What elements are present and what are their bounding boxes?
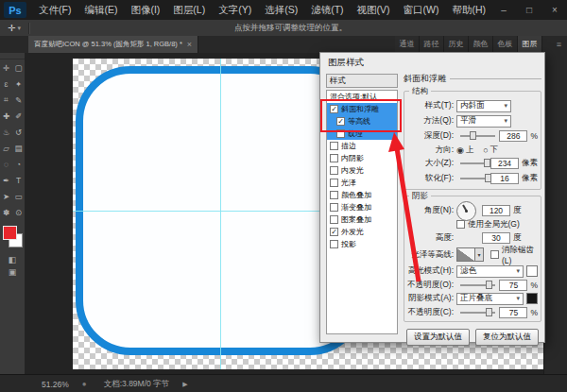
style-item-outer-glow[interactable]: ✓ 外发光 xyxy=(327,226,397,238)
direction-down-radio[interactable]: ○ 下 xyxy=(483,145,498,156)
highlight-opacity-value[interactable]: 75 xyxy=(499,280,527,291)
move-tool-icon[interactable]: ✛ xyxy=(0,60,12,76)
shadow-opacity-slider[interactable] xyxy=(460,312,495,314)
maximize-button[interactable]: □ xyxy=(523,5,536,15)
dodge-tool-icon[interactable]: ◔ xyxy=(12,156,25,172)
menu-filter[interactable]: 滤镜(T) xyxy=(304,0,350,20)
zoom-level-field[interactable]: 51.26% xyxy=(42,380,69,389)
tab-color[interactable]: 颜色 xyxy=(469,36,493,53)
menu-image[interactable]: 图像(I) xyxy=(124,0,166,20)
menu-window[interactable]: 窗口(W) xyxy=(397,0,446,20)
tab-history[interactable]: 历史 xyxy=(444,36,469,53)
size-slider-thumb[interactable] xyxy=(484,159,490,167)
quickmask-icon[interactable]: ◧ xyxy=(0,255,25,264)
menu-view[interactable]: 视图(V) xyxy=(351,0,397,20)
gradient-overlay-checkbox[interactable] xyxy=(330,203,338,212)
tools-panel-header[interactable] xyxy=(0,53,25,60)
screen-mode-icon[interactable]: ▣ xyxy=(0,267,25,277)
healing-brush-tool-icon[interactable]: ✚ xyxy=(0,108,12,124)
document-close-icon[interactable]: × xyxy=(187,40,192,49)
quick-select-tool-icon[interactable]: ✦ xyxy=(12,76,25,92)
style-item-satin[interactable]: 光泽 xyxy=(327,177,397,189)
shape-tool-icon[interactable]: ▭ xyxy=(12,188,25,204)
style-item-inner-shadow[interactable]: 内阴影 xyxy=(327,152,397,164)
menu-file[interactable]: 文件(F) xyxy=(32,0,77,20)
brush-tool-icon[interactable]: ✐ xyxy=(12,108,25,124)
crop-tool-icon[interactable]: ⌗ xyxy=(0,92,12,108)
minimize-button[interactable]: – xyxy=(497,5,510,15)
document-tab[interactable]: 百度贴吧ICON @ 51.3% (圆角矩形 1, RGB/8) * × xyxy=(28,36,198,53)
highlight-mode-dropdown[interactable]: 滤色 ▾ xyxy=(456,265,524,278)
inner-shadow-checkbox[interactable] xyxy=(330,154,338,162)
shadow-mode-dropdown[interactable]: 正片叠底 ▾ xyxy=(456,293,524,305)
eyedropper-tool-icon[interactable]: ✎ xyxy=(12,92,25,108)
move-tool-icon[interactable]: ✛ xyxy=(8,23,15,33)
style-item-pattern-overlay[interactable]: 图案叠加 xyxy=(327,213,397,226)
altitude-value[interactable]: 30 xyxy=(482,232,510,244)
style-item-blending-options[interactable]: 混合选项:默认 xyxy=(327,91,397,103)
blur-tool-icon[interactable]: ◌ xyxy=(0,156,12,172)
eraser-tool-icon[interactable]: ▱ xyxy=(0,140,12,156)
shadow-opacity-value[interactable]: 75 xyxy=(499,307,527,318)
size-value[interactable]: 234 xyxy=(490,158,519,169)
chevron-down-icon[interactable]: ▾ xyxy=(475,247,484,262)
set-default-button[interactable]: 设置为默认值 xyxy=(406,329,470,346)
highlight-color-swatch[interactable] xyxy=(526,265,538,277)
pattern-overlay-checkbox[interactable] xyxy=(330,215,338,224)
style-item-gradient-overlay[interactable]: 渐变叠加 xyxy=(327,201,397,213)
style-item-contour[interactable]: ✓ 等高线 xyxy=(327,115,397,128)
outer-glow-checkbox[interactable]: ✓ xyxy=(330,228,338,236)
hand-tool-icon[interactable]: ✽ xyxy=(0,204,12,220)
tool-preset-chevron-icon[interactable]: ▾ xyxy=(17,25,21,32)
style-item-bevel-emboss[interactable]: ✓ 斜面和浮雕 xyxy=(327,103,397,115)
angle-dial[interactable] xyxy=(456,201,476,221)
tab-paths[interactable]: 路径 xyxy=(420,36,444,53)
close-button[interactable]: × xyxy=(548,5,561,15)
bevel-emboss-checkbox[interactable]: ✓ xyxy=(330,105,338,113)
style-item-color-overlay[interactable]: 颜色叠加 xyxy=(327,189,397,201)
shadow-color-swatch[interactable] xyxy=(526,293,538,304)
size-slider[interactable] xyxy=(460,162,487,164)
reset-default-button[interactable]: 复位为默认值 xyxy=(475,329,539,346)
direction-up-radio[interactable]: ◉ 上 xyxy=(456,145,473,156)
panel-menu-icon[interactable]: ≡ xyxy=(557,36,561,53)
style-dropdown[interactable]: 内斜面 ▾ xyxy=(456,100,511,112)
style-item-stroke[interactable]: 描边 xyxy=(327,140,397,152)
technique-dropdown[interactable]: 平滑 ▾ xyxy=(456,115,511,128)
tab-channels[interactable]: 通道 xyxy=(395,36,420,53)
foreground-color-swatch[interactable] xyxy=(3,226,17,240)
gradient-tool-icon[interactable]: ▤ xyxy=(12,140,25,156)
marquee-tool-icon[interactable]: ▢ xyxy=(12,60,25,76)
contour-checkbox[interactable]: ✓ xyxy=(336,117,345,126)
tab-layers[interactable]: 图层 xyxy=(518,36,542,53)
style-item-texture[interactable]: 纹理 xyxy=(327,128,397,140)
inner-glow-checkbox[interactable] xyxy=(330,166,338,175)
menu-type[interactable]: 文字(Y) xyxy=(212,0,258,20)
text-tool-icon[interactable]: T xyxy=(12,172,25,188)
highlight-opacity-slider[interactable] xyxy=(460,284,495,286)
clone-stamp-tool-icon[interactable]: ♨ xyxy=(0,124,12,140)
style-item-drop-shadow[interactable]: 投影 xyxy=(327,238,397,250)
soften-slider[interactable] xyxy=(460,178,487,179)
history-brush-tool-icon[interactable]: ↺ xyxy=(12,124,25,140)
soften-slider-thumb[interactable] xyxy=(485,174,491,182)
menu-help[interactable]: 帮助(H) xyxy=(446,0,493,20)
path-select-tool-icon[interactable]: ➤ xyxy=(0,188,12,204)
depth-slider-thumb[interactable] xyxy=(470,131,476,140)
depth-value[interactable]: 286 xyxy=(499,130,527,142)
soften-value[interactable]: 16 xyxy=(490,173,519,184)
drop-shadow-checkbox[interactable] xyxy=(330,240,338,248)
style-item-inner-glow[interactable]: 内发光 xyxy=(327,164,397,177)
highlight-opacity-thumb[interactable] xyxy=(486,281,492,289)
gloss-contour-picker[interactable] xyxy=(456,247,475,262)
shadow-opacity-thumb[interactable] xyxy=(486,308,492,316)
color-overlay-checkbox[interactable] xyxy=(330,191,338,199)
global-light-checkbox[interactable] xyxy=(456,220,465,229)
texture-checkbox[interactable] xyxy=(336,129,345,138)
menu-edit[interactable]: 编辑(E) xyxy=(77,0,124,20)
tab-swatches[interactable]: 色板 xyxy=(493,36,518,53)
pen-tool-icon[interactable]: ✒ xyxy=(0,172,12,188)
angle-value[interactable]: 120 xyxy=(482,205,510,216)
anti-aliased-checkbox[interactable] xyxy=(490,250,499,259)
menu-layer[interactable]: 图层(L) xyxy=(166,0,212,20)
